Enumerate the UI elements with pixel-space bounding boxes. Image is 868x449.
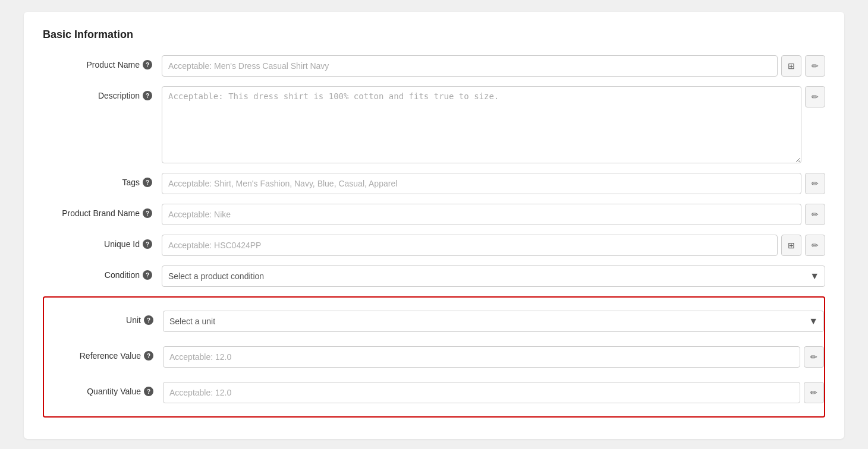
unique-id-controls: ⊞ ✏ (162, 235, 825, 256)
unit-select[interactable]: Select a unit (163, 311, 824, 332)
unit-select-wrapper: Select a unit ▼ (163, 311, 824, 332)
product-name-label: Product Name ? (43, 55, 162, 69)
reference-value-controls: ✏ (163, 346, 824, 368)
pencil-icon: ✏ (812, 179, 819, 188)
condition-select[interactable]: Select a product condition (162, 265, 825, 287)
product-brand-name-row: Product Brand Name ? ✏ (43, 204, 825, 225)
tags-label: Tags ? (43, 173, 162, 187)
product-brand-name-input[interactable] (162, 204, 801, 225)
unique-id-input[interactable] (162, 235, 778, 256)
highlighted-section: Unit ? Select a unit ▼ Reference Value ? (43, 296, 825, 418)
unique-id-label: Unique Id ? (43, 235, 162, 249)
description-controls: ✏ (162, 86, 825, 163)
grid-icon: ⊞ (788, 61, 795, 71)
product-name-input[interactable] (162, 55, 778, 77)
tags-pencil-button[interactable]: ✏ (805, 173, 825, 194)
quantity-value-input[interactable] (163, 382, 800, 403)
pencil-icon: ✏ (810, 388, 817, 397)
quantity-value-label: Quantity Value ? (44, 382, 163, 396)
reference-value-help-icon[interactable]: ? (144, 351, 153, 361)
tags-row: Tags ? ✏ (43, 173, 825, 194)
section-title: Basic Information (43, 29, 825, 41)
tags-help-icon[interactable]: ? (143, 178, 152, 187)
quantity-value-row: Quantity Value ? ✏ (44, 376, 824, 409)
unit-help-icon[interactable]: ? (144, 315, 153, 325)
quantity-value-controls: ✏ (163, 382, 824, 403)
condition-controls: Select a product condition ▼ (162, 265, 825, 287)
product-brand-name-pencil-button[interactable]: ✏ (805, 204, 825, 225)
reference-value-input[interactable] (163, 346, 800, 368)
reference-value-pencil-button[interactable]: ✏ (804, 346, 824, 368)
product-name-help-icon[interactable]: ? (143, 60, 152, 69)
pencil-icon: ✏ (810, 352, 817, 362)
grid-icon: ⊞ (788, 241, 795, 250)
reference-value-row: Reference Value ? ✏ (44, 340, 824, 374)
unit-controls: Select a unit ▼ (163, 311, 824, 332)
description-textarea[interactable] (162, 86, 801, 163)
pencil-icon: ✏ (812, 61, 819, 71)
product-name-pencil-button[interactable]: ✏ (805, 55, 825, 77)
product-name-grid-button[interactable]: ⊞ (781, 55, 801, 77)
condition-select-wrapper: Select a product condition ▼ (162, 265, 825, 287)
quantity-value-pencil-button[interactable]: ✏ (804, 382, 824, 403)
product-name-row: Product Name ? ⊞ ✏ (43, 55, 825, 77)
pencil-icon: ✏ (812, 241, 819, 250)
tags-input[interactable] (162, 173, 801, 194)
unit-row: Unit ? Select a unit ▼ (44, 305, 824, 338)
description-help-icon[interactable]: ? (143, 91, 152, 100)
pencil-icon: ✏ (812, 210, 819, 219)
pencil-icon: ✏ (812, 92, 819, 102)
description-row: Description ? ✏ (43, 86, 825, 163)
reference-value-label: Reference Value ? (44, 346, 163, 361)
product-brand-name-controls: ✏ (162, 204, 825, 225)
product-brand-name-help-icon[interactable]: ? (143, 208, 152, 218)
unique-id-row: Unique Id ? ⊞ ✏ (43, 235, 825, 256)
condition-row: Condition ? Select a product condition ▼ (43, 265, 825, 287)
basic-information-card: Basic Information Product Name ? ⊞ ✏ Des… (24, 12, 844, 439)
description-pencil-button[interactable]: ✏ (805, 86, 825, 107)
unique-id-grid-button[interactable]: ⊞ (781, 235, 801, 256)
tags-controls: ✏ (162, 173, 825, 194)
unit-label: Unit ? (44, 311, 163, 325)
condition-help-icon[interactable]: ? (143, 270, 152, 280)
unique-id-pencil-button[interactable]: ✏ (805, 235, 825, 256)
description-label: Description ? (43, 86, 162, 100)
product-name-controls: ⊞ ✏ (162, 55, 825, 77)
condition-label: Condition ? (43, 265, 162, 280)
quantity-value-help-icon[interactable]: ? (144, 387, 153, 396)
product-brand-name-label: Product Brand Name ? (43, 204, 162, 218)
unique-id-help-icon[interactable]: ? (143, 239, 152, 249)
